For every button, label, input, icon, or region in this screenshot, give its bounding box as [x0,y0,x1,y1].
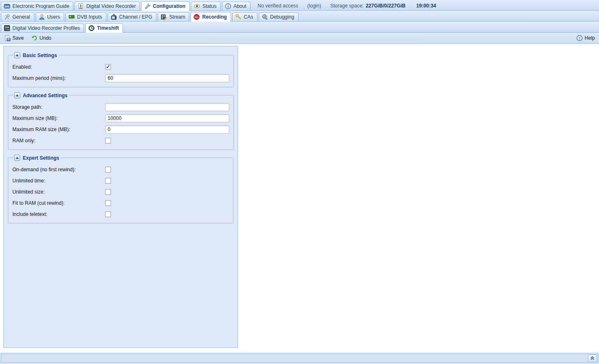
wrench-icon [144,3,151,10]
save-button-label: Save [12,35,24,41]
advanced-settings-collapse-button[interactable] [14,92,20,98]
collapse-triangle-icon [15,93,19,97]
header-status-area: No verified access (login) Storage space… [257,3,436,9]
legend-text: Advanced Settings [23,93,67,98]
dvb-card-icon [68,14,75,20]
svg-text:EPG: EPG [5,5,10,8]
field-storage-path: Storage path: [12,103,229,111]
tab-status[interactable]: Status [191,2,221,10]
tab-general[interactable]: General [1,12,34,21]
field-label: Unlimited size: [12,189,105,195]
field-enabled: Enabled: [12,63,229,71]
legend-text: Basic Settings [23,53,57,58]
tab-users[interactable]: Users [36,12,64,21]
tab-debugging[interactable]: Debugging [259,12,298,21]
maximum-period-input[interactable] [105,74,229,82]
undo-icon [31,35,38,41]
timeshift-toolbar: Save Undo ? Help [0,33,599,44]
eye-icon [194,3,200,10]
tab-label: CAs [244,14,253,20]
tab-label: Debugging [270,14,294,20]
info-icon [225,3,231,10]
maximum-ram-size-input[interactable] [105,125,229,134]
tab-electronic-program-guide[interactable]: EPG Electronic Program Guide [1,2,73,10]
tab-label: General [12,14,30,20]
tab-recording[interactable]: REC Recording [190,12,231,22]
tab-dvr-profiles[interactable]: DVR Digital Video Recorder Profiles [1,24,84,32]
field-label: On-demand (no first rewind): [12,167,105,172]
tab-label: Electronic Program Guide [12,3,69,9]
tab-label: DVB Inputs [77,14,102,20]
tab-label: Timeshift [97,25,119,31]
enabled-checkbox[interactable] [105,64,111,70]
double-chevron-up-icon [590,356,595,361]
unlimited-time-checkbox[interactable] [105,178,111,184]
save-button[interactable]: Save [2,34,25,42]
field-unlimited-time: Unlimited time: [12,177,229,185]
field-label: Enabled: [12,64,105,70]
field-include-teletext: Include teletext: [12,210,229,218]
expert-settings-legend: Expert Settings [13,155,61,161]
tab-label: Users [47,14,60,20]
tab-label: Recording [202,14,226,20]
field-label: Maximum size (MB): [12,115,105,121]
field-label: Unlimited time: [12,178,105,184]
main-tabbar: EPG Electronic Program Guide Digital Vid… [0,0,599,11]
dvr-profiles-icon: DVR [4,25,10,31]
help-button[interactable]: ? Help [575,34,597,42]
clock-text: 19:00:34 [416,3,436,9]
field-label: Maximum RAM size (MB): [12,127,105,132]
tab-stream[interactable]: Stream [158,12,190,21]
bottom-statusbar [1,354,598,363]
storage-space-label: Storage space: [330,3,364,9]
ram-only-checkbox[interactable] [105,138,111,144]
tab-about[interactable]: About [222,2,250,10]
svg-text:?: ? [578,36,581,41]
tab-timeshift[interactable]: Timeshift [85,23,123,33]
basic-settings-collapse-button[interactable] [14,52,20,58]
key-icon [235,14,242,20]
field-maximum-period: Maximum period (mins): [12,74,229,82]
tab-label: Configuration [153,3,185,9]
field-label: Fit to RAM (cut rewind): [12,200,105,206]
tab-cas[interactable]: CAs [232,12,257,21]
film-strip-icon [161,14,167,20]
fit-to-ram-checkbox[interactable] [105,200,111,206]
undo-button[interactable]: Undo [29,34,53,42]
tab-label: Stream [169,14,185,20]
tab-label: Channel / EPG [119,14,152,20]
on-demand-checkbox[interactable] [105,167,111,172]
user-icon [38,14,45,20]
advanced-settings-legend: Advanced Settings [13,92,69,98]
debug-icon [262,14,268,20]
dvr-download-icon [77,3,84,10]
login-link[interactable]: (login) [307,3,321,9]
access-status-text: No verified access [257,3,298,9]
legend-text: Expert Settings [23,155,59,161]
help-button-label: Help [585,35,595,41]
field-label: Maximum period (mins): [12,75,105,81]
field-maximum-size: Maximum size (MB): [12,114,229,122]
field-on-demand: On-demand (no first rewind): [12,165,229,174]
field-label: Storage path: [12,104,105,110]
maximum-size-input[interactable] [105,114,229,122]
tab-channel-epg[interactable]: Channel / EPG [108,12,156,21]
epg-icon: EPG [4,3,10,10]
statusbar-expand-button[interactable] [588,354,597,362]
timeshift-form-panel: Basic Settings Enabled: Maximum period (… [3,46,238,348]
help-icon: ? [576,35,583,41]
storage-path-input[interactable] [105,103,229,111]
expert-settings-collapse-button[interactable] [14,155,20,161]
tab-label: Digital Video Recorder [86,3,136,9]
tab-configuration[interactable]: Configuration [141,1,190,11]
storage-space-value: 227GiB/0/227GiB [366,3,405,9]
tab-digital-video-recorder[interactable]: Digital Video Recorder [75,2,140,10]
field-fit-to-ram: Fit to RAM (cut rewind): [12,199,229,207]
tab-label: Digital Video Recorder Profiles [12,25,80,31]
include-teletext-checkbox[interactable] [105,211,111,217]
collapse-triangle-icon [15,53,19,57]
tab-dvb-inputs[interactable]: DVB Inputs [65,12,106,21]
tab-label: About [233,3,246,9]
unlimited-size-checkbox[interactable] [105,189,111,195]
main-content-area: Basic Settings Enabled: Maximum period (… [0,44,599,352]
